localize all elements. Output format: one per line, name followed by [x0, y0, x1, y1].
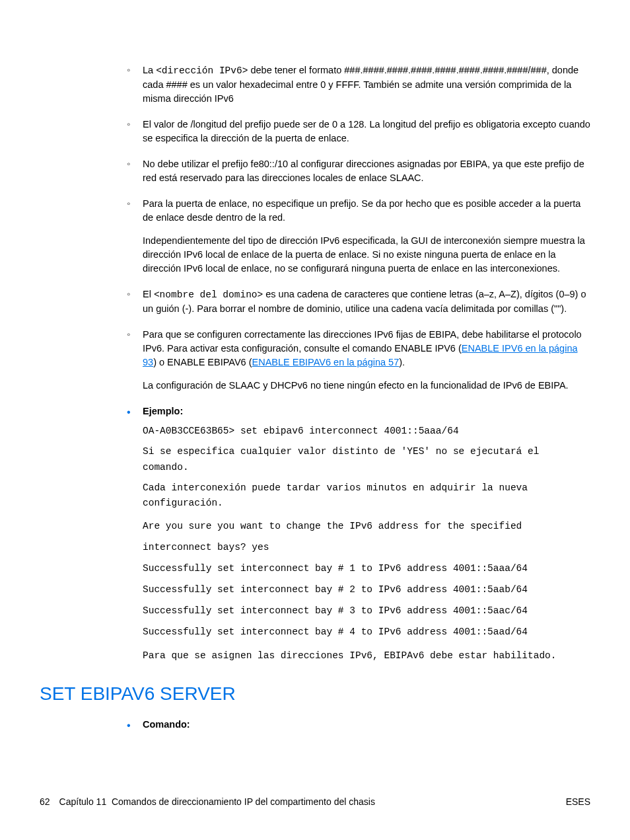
- terminal-output: Are you sure you want to change the IPv6…: [143, 516, 590, 642]
- list-item: Para la puerta de enlace, no especifique…: [143, 197, 590, 276]
- text: Para la puerta de enlace, no especifique…: [143, 198, 580, 223]
- outer-bullet-list: Ejemplo: OA-A0B3CCE63B65> set ebipav6 in…: [119, 404, 590, 663]
- paragraph: Independientemente del tipo de dirección…: [143, 234, 590, 276]
- paragraph: La configuración de SLAAC y DHCPv6 no ti…: [143, 379, 590, 393]
- terminal-output: Para que se asignen las direcciones IPv6…: [143, 648, 590, 664]
- nested-bullet-list: La <dirección IPv6> debe tener el format…: [119, 63, 590, 393]
- section-heading: SET EBIPAV6 SERVER: [40, 681, 590, 708]
- list-item: La <dirección IPv6> debe tener el format…: [143, 63, 590, 106]
- ejemplo-label: Ejemplo:: [143, 406, 183, 416]
- text: El valor de /longitud del prefijo puede …: [143, 119, 590, 143]
- footer-right: ESES: [566, 795, 590, 808]
- list-item: El <nombre del domino> es una cadena de …: [143, 287, 590, 316]
- page-content: La <dirección IPv6> debe tener el format…: [40, 63, 590, 732]
- inline-code: <dirección IPv6>: [156, 65, 248, 76]
- text: ).: [399, 357, 405, 367]
- outer-bullet-list-2: Comando:: [119, 718, 590, 732]
- list-item: No debe utilizar el prefijo fe80::/10 al…: [143, 157, 590, 185]
- text: ) o ENABLE EBIPAV6 (: [153, 357, 252, 367]
- page-footer: 62 Capítulo 11 Comandos de direccionamie…: [40, 795, 590, 808]
- list-item: El valor de /longitud del prefijo puede …: [143, 118, 590, 145]
- inline-code: <nombre del domino>: [154, 289, 263, 300]
- comando-label: Comando:: [143, 719, 190, 730]
- list-item: Para que se configuren correctamente las…: [143, 328, 590, 393]
- terminal-output: Cada interconexión puede tardar varios m…: [143, 480, 590, 511]
- list-item-comando: Comando:: [119, 718, 590, 732]
- terminal-output: Si se especifica cualquier valor distint…: [143, 444, 590, 475]
- list-item-ejemplo: Ejemplo: OA-A0B3CCE63B65> set ebipav6 in…: [119, 404, 590, 663]
- text: El: [143, 289, 154, 299]
- link-enable-ebipav6[interactable]: ENABLE EBIPAV6 en la página 57: [252, 357, 400, 367]
- page-number: 62: [40, 795, 50, 808]
- text: La: [143, 65, 156, 75]
- chapter-label: Capítulo 11 Comandos de direccionamiento…: [59, 795, 375, 808]
- text: No debe utilizar el prefijo fe80::/10 al…: [143, 159, 584, 183]
- footer-left: 62 Capítulo 11 Comandos de direccionamie…: [40, 795, 375, 808]
- terminal-output: OA-A0B3CCE63B65> set ebipav6 interconnec…: [143, 424, 590, 439]
